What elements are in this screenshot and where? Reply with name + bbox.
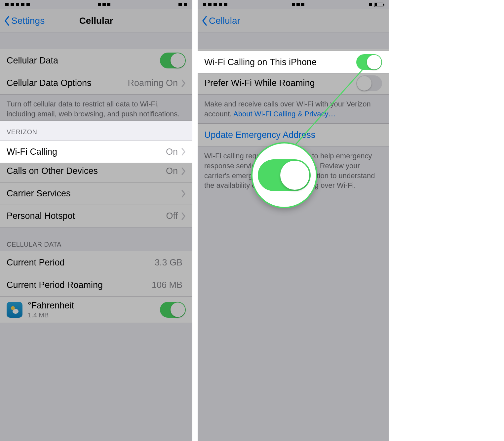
group-data-usage: Current Period 3.3 GB Current Period Roa… xyxy=(0,251,192,323)
app-name: °Fahrenheit xyxy=(28,301,160,311)
pane-gutter xyxy=(192,0,198,441)
signal-icon xyxy=(203,3,227,6)
back-button[interactable]: Cellular xyxy=(202,16,240,26)
chevron-right-icon xyxy=(181,148,186,156)
row-wifi-calling-hl[interactable]: Wi-Fi Calling On xyxy=(0,140,192,163)
label: Prefer Wi-Fi While Roaming xyxy=(204,78,356,88)
signal-icon xyxy=(5,3,30,6)
update-emergency-address-link[interactable]: Update Emergency Address xyxy=(204,130,382,140)
app-icon xyxy=(7,302,22,318)
carrier-icon xyxy=(98,3,110,6)
label: Calls on Other Devices xyxy=(7,166,166,176)
highlight-wifi-on-iphone: Wi-Fi Calling on This iPhone xyxy=(198,51,389,73)
nav-bar: Settings Cellular xyxy=(0,9,192,32)
value: Roaming On xyxy=(128,78,178,88)
carrier-icon xyxy=(292,3,304,6)
value: 3.3 GB xyxy=(155,258,182,268)
battery-outline-icon xyxy=(374,3,383,7)
section-header-verizon-hl: VERIZON xyxy=(0,121,192,139)
pane-wifi-calling: Cellular Wi-Fi Calling on This iPhone Pr… xyxy=(198,0,389,441)
row-current-period-roaming: Current Period Roaming 106 MB xyxy=(0,274,192,296)
footer-cellular-data: Turn off cellular data to restrict all d… xyxy=(0,95,192,123)
prefer-wifi-roaming-toggle[interactable] xyxy=(356,75,382,91)
callout-toggle xyxy=(251,142,317,208)
label: Personal Hotspot xyxy=(7,211,166,221)
chevron-left-icon xyxy=(202,16,208,26)
back-button[interactable]: Settings xyxy=(4,16,45,26)
value: 106 MB xyxy=(152,280,182,290)
status-bar xyxy=(0,0,192,9)
chevron-left-icon xyxy=(4,16,10,26)
label: Wi-Fi Calling on This iPhone xyxy=(204,57,356,67)
app-size: 1.4 MB xyxy=(28,311,160,319)
row-update-emergency[interactable]: Update Emergency Address xyxy=(198,124,389,146)
footer-wifi-account: Make and receive calls over Wi-Fi with y… xyxy=(198,95,389,123)
pane-cellular: Settings Cellular Cellular Data Cellular… xyxy=(0,0,192,441)
status-bar xyxy=(198,0,389,9)
group-cellular: Cellular Data Cellular Data Options Roam… xyxy=(0,49,192,95)
right-edge-blank xyxy=(389,0,504,441)
row-carrier-services[interactable]: Carrier Services xyxy=(0,182,192,205)
row-wifi-calling-iphone-hl[interactable]: Wi-Fi Calling on This iPhone xyxy=(198,51,389,73)
cellular-data-toggle[interactable] xyxy=(160,53,186,68)
label: Current Period Roaming xyxy=(7,280,152,290)
enlarged-toggle-icon xyxy=(258,159,311,191)
value: On xyxy=(166,166,178,176)
back-label: Cellular xyxy=(209,16,240,26)
battery-icon xyxy=(369,3,383,7)
battery-icon xyxy=(178,3,187,6)
label: Carrier Services xyxy=(7,188,181,199)
row-personal-hotspot[interactable]: Personal Hotspot Off xyxy=(0,205,192,227)
row-app-fahrenheit[interactable]: °Fahrenheit 1.4 MB xyxy=(0,296,192,323)
label: Cellular Data xyxy=(7,56,160,66)
row-calls-other-devices[interactable]: Calls on Other Devices On xyxy=(0,160,192,182)
label: Cellular Data Options xyxy=(7,78,128,88)
app-fahrenheit-toggle[interactable] xyxy=(160,302,186,318)
label: Wi-Fi Calling xyxy=(7,147,166,157)
about-wifi-calling-link[interactable]: About Wi-Fi Calling & Privacy… xyxy=(233,110,335,118)
chevron-right-icon xyxy=(181,167,186,175)
section-header-cellular-data: CELLULAR DATA xyxy=(0,227,192,251)
row-prefer-wifi-roaming[interactable]: Prefer Wi-Fi While Roaming xyxy=(198,72,389,94)
value: Off xyxy=(166,211,178,221)
nav-bar: Cellular xyxy=(198,9,389,32)
row-cellular-data[interactable]: Cellular Data xyxy=(0,49,192,72)
highlight-wifi-calling: VERIZON Wi-Fi Calling On xyxy=(0,121,192,163)
filler xyxy=(198,205,389,441)
wifi-calling-iphone-toggle-hl[interactable] xyxy=(356,54,382,70)
chevron-right-icon xyxy=(181,212,186,220)
back-label: Settings xyxy=(11,16,45,26)
label: Current Period xyxy=(7,258,155,268)
row-current-period: Current Period 3.3 GB xyxy=(0,251,192,274)
chevron-right-icon xyxy=(181,79,186,87)
chevron-right-icon xyxy=(181,190,186,198)
row-cellular-data-options[interactable]: Cellular Data Options Roaming On xyxy=(0,72,192,94)
value: On xyxy=(166,147,178,157)
